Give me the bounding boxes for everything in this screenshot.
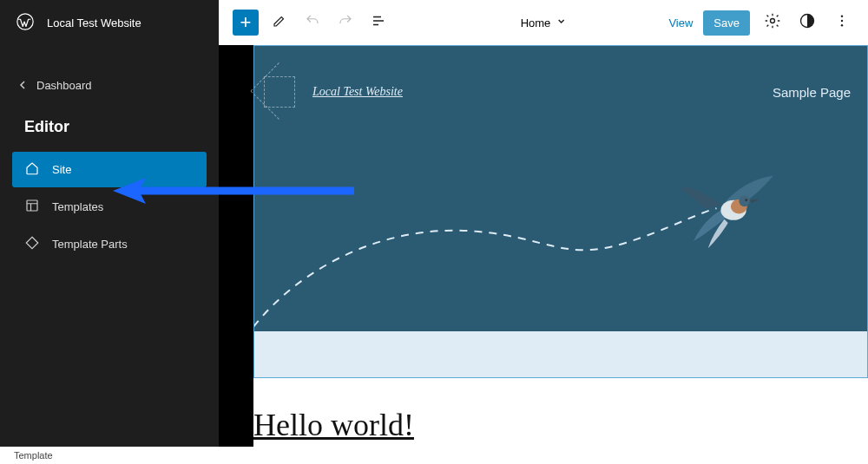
site-logo-placeholder[interactable] bbox=[264, 76, 295, 108]
site-title: Local Test Website bbox=[47, 16, 141, 29]
view-link[interactable]: View bbox=[668, 16, 693, 29]
site-title-link[interactable]: Local Test Website bbox=[312, 85, 403, 99]
diamond-icon bbox=[24, 235, 40, 253]
save-button[interactable]: Save bbox=[703, 10, 750, 36]
home-icon bbox=[24, 160, 40, 179]
sidebar-item-site[interactable]: Site bbox=[12, 152, 207, 187]
svg-rect-1 bbox=[27, 200, 37, 211]
wordpress-logo-icon bbox=[16, 12, 35, 34]
list-view-icon bbox=[371, 13, 386, 32]
post-content-area[interactable]: Hello world! bbox=[253, 331, 868, 447]
chevron-down-icon bbox=[556, 16, 566, 29]
hero-illustration bbox=[253, 175, 868, 331]
template-name: Home bbox=[521, 16, 551, 29]
undo-icon bbox=[305, 13, 320, 32]
post-title[interactable]: Hello world! bbox=[253, 407, 414, 443]
plus-icon: + bbox=[240, 11, 252, 34]
svg-point-10 bbox=[745, 199, 747, 201]
svg-point-6 bbox=[841, 24, 843, 26]
editor-topbar: + Home View Save bbox=[219, 0, 868, 45]
settings-button[interactable] bbox=[760, 10, 785, 35]
sidebar-item-templates[interactable]: Templates bbox=[12, 189, 207, 225]
edit-tool-button[interactable] bbox=[267, 10, 292, 35]
kebab-icon bbox=[834, 13, 850, 32]
site-header: Local Test Website Sample Page bbox=[253, 45, 868, 108]
sidebar-nav: Site Templates Template Parts bbox=[0, 152, 219, 262]
svg-point-2 bbox=[771, 19, 775, 23]
svg-point-0 bbox=[17, 14, 33, 29]
sidebar-header: Local Test Website bbox=[0, 0, 219, 46]
sidebar-item-label: Templates bbox=[52, 200, 103, 213]
pencil-icon bbox=[272, 13, 287, 32]
layout-icon bbox=[24, 198, 40, 216]
breadcrumb-item: Template bbox=[14, 450, 53, 461]
sidebar-item-label: Site bbox=[52, 163, 71, 176]
list-view-button[interactable] bbox=[366, 10, 391, 35]
contrast-icon bbox=[799, 12, 816, 33]
svg-point-4 bbox=[841, 16, 843, 17]
back-to-dashboard[interactable]: Dashboard bbox=[0, 70, 219, 101]
editor-sidebar: Local Test Website Dashboard Editor Site… bbox=[0, 0, 219, 447]
block-breadcrumb[interactable]: Template bbox=[0, 447, 868, 464]
topbar-tools-left: + bbox=[233, 10, 391, 36]
cover-block[interactable]: Local Test Website Sample Page bbox=[253, 45, 868, 331]
template-selector[interactable]: Home bbox=[521, 16, 567, 29]
topbar-actions-right: View Save bbox=[668, 10, 854, 36]
editor-canvas[interactable]: Local Test Website Sample Page bbox=[219, 45, 868, 447]
gear-icon bbox=[764, 12, 781, 33]
more-options-button[interactable] bbox=[830, 10, 854, 35]
back-label: Dashboard bbox=[36, 79, 92, 92]
sidebar-item-template-parts[interactable]: Template Parts bbox=[12, 226, 207, 262]
redo-icon bbox=[338, 13, 353, 32]
svg-point-9 bbox=[739, 196, 750, 207]
undo-button[interactable] bbox=[300, 10, 325, 35]
redo-button[interactable] bbox=[333, 10, 358, 35]
add-block-button[interactable]: + bbox=[233, 10, 259, 36]
nav-link-sample-page[interactable]: Sample Page bbox=[773, 85, 851, 100]
svg-point-5 bbox=[841, 20, 843, 22]
styles-button[interactable] bbox=[795, 10, 819, 35]
sidebar-section-title: Editor bbox=[0, 101, 219, 152]
sidebar-item-label: Template Parts bbox=[52, 238, 128, 251]
chevron-left-icon bbox=[19, 79, 28, 92]
